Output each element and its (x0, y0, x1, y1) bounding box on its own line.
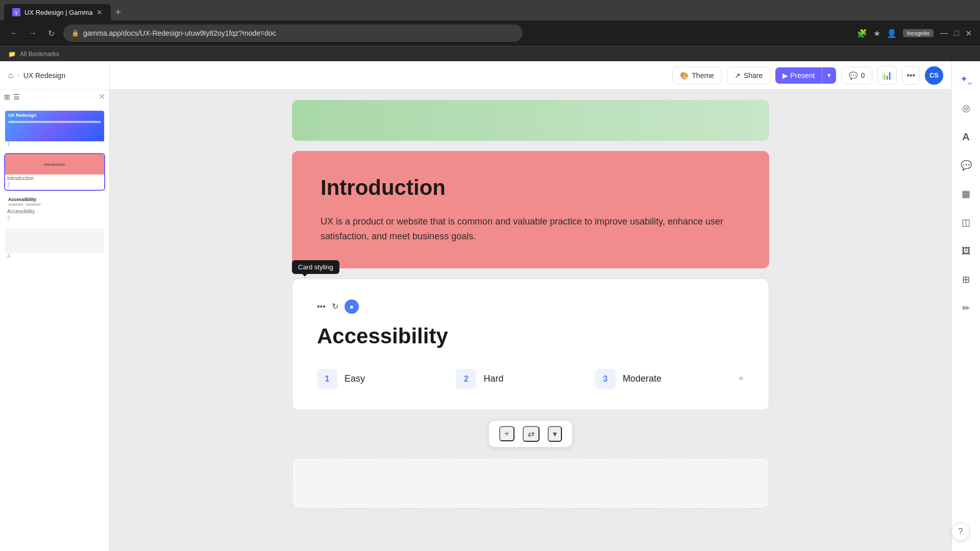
slide-3-number: 3 (5, 215, 104, 223)
card-refresh-button[interactable]: ↻ (332, 302, 338, 311)
comments-count: 0 (861, 71, 865, 80)
accessibility-card[interactable]: ••• ↻ ● Accessibility 1 Easy (292, 279, 769, 410)
help-icon: ? (959, 527, 963, 536)
card-styling-tooltip: Card styling (292, 260, 339, 274)
text-icon: A (962, 131, 969, 143)
extensions-icon[interactable]: 🧩 (857, 29, 867, 38)
maximize-button[interactable]: □ (954, 29, 959, 38)
ai-tool-button[interactable]: ✦AI (956, 69, 976, 90)
bookmarks-folder-icon: 📁 (8, 51, 16, 58)
forward-button[interactable]: → (27, 29, 39, 38)
bottom-toolbar-container: + ⇄ ▾ (292, 420, 769, 447)
intro-body: UX is a product or website that is commo… (321, 214, 741, 244)
slide-thumbnail-4[interactable]: 4 (4, 227, 105, 262)
canvas-area[interactable]: Introduction UX is a product or website … (110, 90, 951, 551)
tooltip-text: Card styling (298, 263, 333, 271)
item-3-num-text: 3 (603, 374, 607, 384)
active-tab[interactable]: γ UX Redesign | Gamma ✕ (4, 4, 111, 20)
card-active-icon: ● (350, 303, 354, 311)
share-button[interactable]: ↗ Share (727, 67, 770, 84)
browser-actions: 🧩 ★ 👤 Incognito — □ ✕ (857, 29, 972, 38)
comment-tool-button[interactable]: 💬 (956, 155, 976, 176)
close-window-button[interactable]: ✕ (965, 29, 972, 38)
theme-button[interactable]: 🎨 Theme (672, 67, 722, 84)
present-dropdown-button[interactable]: ▾ (822, 67, 836, 84)
item-2-number: 2 (456, 369, 476, 389)
accessibility-item-1[interactable]: 1 Easy (317, 369, 446, 389)
layers-tool-button[interactable]: ◫ (956, 212, 976, 233)
home-icon[interactable]: ⌂ (8, 71, 13, 80)
layout-tool-button[interactable]: ▦ (956, 184, 976, 204)
profile-icon[interactable]: 👤 (887, 29, 897, 38)
style-tool-button[interactable]: ◎ (956, 98, 976, 118)
back-button[interactable]: ← (8, 29, 20, 38)
bookmarks-label[interactable]: All Bookmarks (20, 51, 59, 58)
chart-button[interactable]: 📊 (877, 66, 897, 85)
play-icon: ▶ (782, 71, 788, 80)
comment-icon: 💬 (849, 71, 857, 80)
table-icon: ⊞ (962, 274, 970, 285)
slide-2-number: 2 (5, 182, 104, 190)
grid-view-button[interactable]: ⊞ (4, 93, 10, 101)
dropdown-button[interactable]: ▾ (548, 426, 562, 442)
edit-tool-button[interactable]: ✏ (956, 298, 976, 318)
present-button[interactable]: ▶ Present (775, 67, 822, 84)
slide-3-bars (8, 204, 101, 206)
slide-thumbnail-1[interactable]: UX Redesign 1 (4, 110, 105, 150)
slide-2-title-preview: Introduction (44, 162, 65, 167)
present-group: ▶ Present ▾ (775, 67, 836, 84)
avatar-initials: CS (929, 71, 939, 79)
slide-1-title-preview: UX Redesign (5, 111, 104, 120)
slide-3-label: Accessibility (5, 208, 104, 215)
add-slide-button[interactable]: + (499, 426, 514, 441)
tab-close-button[interactable]: ✕ (96, 8, 103, 16)
edit-icon: ✏ (962, 303, 970, 314)
slide-1-number: 1 (5, 141, 104, 149)
user-avatar[interactable]: CS (925, 66, 943, 85)
slide-list-controls: ⊞ ☰ ✕ (0, 90, 109, 106)
breadcrumb-label: UX Redesign (23, 71, 66, 80)
help-button[interactable]: ? (951, 522, 970, 541)
tab-favicon: γ (12, 8, 20, 16)
slide-3-title-preview: Accessibility (8, 197, 101, 202)
comment-panel-icon: 💬 (961, 160, 972, 171)
card-active-tool[interactable]: ● (345, 299, 359, 314)
tab-bar: γ UX Redesign | Gamma ✕ + (0, 0, 980, 20)
slide-4-preview (5, 228, 104, 254)
more-options-button[interactable]: ••• (902, 66, 920, 85)
bottom-toolbar: + ⇄ ▾ (488, 420, 572, 447)
add-item-button[interactable]: + (738, 373, 744, 385)
accessibility-card-container: Card styling ••• ↻ ● Accessibility (292, 279, 769, 410)
minimize-button[interactable]: — (940, 29, 948, 38)
item-3-label: Moderate (623, 373, 662, 384)
slide-list: UX Redesign 1 Introduction Introduction … (0, 106, 109, 551)
list-view-button[interactable]: ☰ (13, 93, 20, 101)
intro-title: Introduction (321, 176, 741, 200)
url-input[interactable]: 🔒 gamma.app/docs/UX-Redesign-utuw9ty82oy… (63, 24, 523, 42)
style-icon: ◎ (962, 103, 970, 114)
tab-title: UX Redesign | Gamma (24, 9, 92, 16)
close-sidebar-button[interactable]: ✕ (99, 92, 105, 102)
image-tool-button[interactable]: 🖼 (956, 241, 976, 261)
empty-slide-4[interactable] (292, 458, 769, 509)
card-more-button[interactable]: ••• (317, 302, 326, 311)
layout-button[interactable]: ⇄ (523, 426, 540, 442)
text-tool-button[interactable]: A (956, 127, 976, 147)
chevron-down-icon: ▾ (827, 71, 831, 79)
reload-button[interactable]: ↻ (45, 29, 57, 38)
new-tab-button[interactable]: + (115, 4, 121, 20)
accessibility-item-2[interactable]: 2 Hard (456, 369, 584, 389)
theme-label: Theme (692, 71, 714, 80)
slide-thumbnail-3[interactable]: Accessibility Accessibility 3 (4, 194, 105, 224)
slide-3-bar-2 (26, 204, 41, 206)
ai-icon: ✦AI (960, 73, 972, 86)
accessibility-item-3[interactable]: 3 Moderate (595, 369, 724, 389)
accessibility-title: Accessibility (317, 324, 744, 348)
introduction-card[interactable]: Introduction UX is a product or website … (292, 151, 769, 268)
comments-button[interactable]: 💬 0 (841, 67, 872, 84)
slide-thumbnail-2[interactable]: Introduction Introduction 2 (4, 153, 105, 191)
image-icon: 🖼 (962, 246, 971, 257)
table-tool-button[interactable]: ⊞ (956, 269, 976, 290)
bookmark-icon[interactable]: ★ (873, 29, 880, 38)
right-sidebar: ✦AI ◎ A 💬 ▦ ◫ 🖼 ⊞ ✏ (951, 61, 980, 551)
